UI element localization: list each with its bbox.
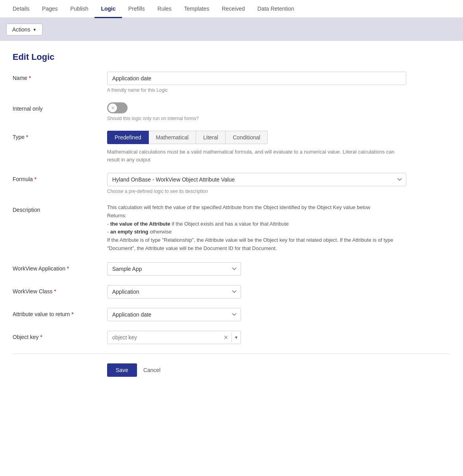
actions-bar: Actions ▼ [0, 18, 463, 41]
toggle-knob: ✕ [108, 104, 117, 112]
attribute-return-select[interactable]: Application date [107, 308, 241, 321]
attribute-return-field: Application date [107, 308, 450, 321]
object-key-row: Object key * ✕ ▾ [13, 331, 450, 344]
formula-select[interactable]: Hyland OnBase - WorkView Object Attribut… [107, 173, 406, 186]
formula-hint: Choose a pre-defined logic to see its de… [107, 189, 450, 194]
name-hint: A friendly name for this Logic [107, 87, 450, 93]
name-required: * [29, 75, 31, 81]
description-field: This calculation will fetch the value of… [107, 204, 406, 253]
nav-item-received[interactable]: Received [215, 0, 251, 18]
type-button-group: Predefined Mathematical Literal Conditio… [107, 131, 450, 144]
workview-class-field: Application [107, 285, 450, 298]
workview-app-row: WorkView Application * Sample App [13, 262, 450, 276]
object-key-label: Object key * [13, 331, 107, 340]
nav-item-pages[interactable]: Pages [36, 0, 64, 18]
description-line-4-rest: otherwise [150, 229, 172, 235]
workview-app-label: WorkView Application * [13, 262, 107, 272]
object-key-dropdown-button[interactable]: ▾ [232, 335, 241, 340]
type-label: Type * [13, 131, 107, 140]
object-key-input[interactable] [107, 331, 220, 344]
nav-item-rules[interactable]: Rules [151, 0, 178, 18]
workview-class-select[interactable]: Application [107, 285, 241, 298]
workview-app-required: * [67, 265, 69, 272]
nav-item-details[interactable]: Details [6, 0, 36, 18]
description-bold-1: the value of the Attribute [110, 221, 170, 227]
workview-class-label: WorkView Class * [13, 285, 107, 294]
description-label: Description [13, 204, 107, 213]
name-row: Name * A friendly name for this Logic [13, 72, 450, 93]
main-content: Edit Logic Name * A friendly name for th… [0, 41, 463, 476]
top-nav: Details Pages Publish Logic Prefills Rul… [0, 0, 463, 18]
type-btn-literal[interactable]: Literal [196, 131, 226, 144]
type-btn-mathematical[interactable]: Mathematical [148, 131, 196, 144]
object-key-field: ✕ ▾ [107, 331, 450, 344]
object-key-required: * [40, 334, 42, 340]
type-field: Predefined Mathematical Literal Conditio… [107, 131, 450, 163]
internal-only-label: Internal only [13, 102, 107, 112]
type-btn-predefined[interactable]: Predefined [107, 131, 149, 144]
description-line-3-rest: if the Object exists and has a value for… [172, 221, 289, 227]
description-line-2: Returns: [107, 213, 126, 219]
workview-class-required: * [54, 288, 56, 294]
type-required: * [26, 134, 28, 140]
formula-field: Hyland OnBase - WorkView Object Attribut… [107, 173, 450, 194]
type-btn-conditional[interactable]: Conditional [225, 131, 268, 144]
nav-item-templates[interactable]: Templates [178, 0, 216, 18]
save-button[interactable]: Save [107, 363, 137, 377]
attribute-return-label: Attribute value to return * [13, 308, 107, 317]
name-field: A friendly name for this Logic [107, 72, 450, 93]
actions-label: Actions [12, 26, 30, 33]
nav-item-logic[interactable]: Logic [94, 0, 122, 18]
formula-row: Formula * Hyland OnBase - WorkView Objec… [13, 173, 450, 194]
formula-required: * [34, 176, 36, 182]
description-row: Description This calculation will fetch … [13, 204, 450, 253]
nav-item-publish[interactable]: Publish [64, 0, 95, 18]
type-row: Type * Predefined Mathematical Literal C… [13, 131, 450, 163]
nav-item-prefills[interactable]: Prefills [122, 0, 151, 18]
workview-app-select[interactable]: Sample App [107, 262, 241, 276]
toggle-container: ✕ [107, 102, 450, 113]
description-bold-2: an empty string [110, 229, 148, 235]
formula-label: Formula * [13, 173, 107, 182]
form-divider [13, 354, 450, 354]
internal-only-field: ✕ Should this logic only run on internal… [107, 102, 450, 121]
cancel-button[interactable]: Cancel [142, 363, 162, 377]
object-key-container: ✕ ▾ [107, 331, 241, 344]
attribute-return-required: * [71, 311, 73, 317]
workview-class-row: WorkView Class * Application [13, 285, 450, 298]
footer-buttons: Save Cancel [13, 363, 450, 377]
attribute-return-row: Attribute value to return * Application … [13, 308, 450, 321]
internal-only-toggle[interactable]: ✕ [107, 102, 128, 113]
description-line-1: This calculation will fetch the value of… [107, 204, 370, 210]
description-line-5: If the Attribute is of type "Relationshi… [107, 237, 393, 251]
type-description: Mathematical calculations must be a vali… [107, 148, 406, 163]
name-label: Name * [13, 72, 107, 81]
page-title: Edit Logic [13, 52, 450, 62]
actions-button[interactable]: Actions ▼ [6, 24, 43, 35]
object-key-clear-button[interactable]: ✕ [220, 334, 232, 341]
name-input[interactable] [107, 72, 406, 85]
chevron-down-icon: ▼ [33, 28, 37, 32]
internal-only-hint: Should this logic only run on internal f… [107, 116, 450, 121]
internal-only-row: Internal only ✕ Should this logic only r… [13, 102, 450, 121]
nav-item-data-retention[interactable]: Data Retention [251, 0, 300, 18]
workview-app-field: Sample App [107, 262, 450, 276]
